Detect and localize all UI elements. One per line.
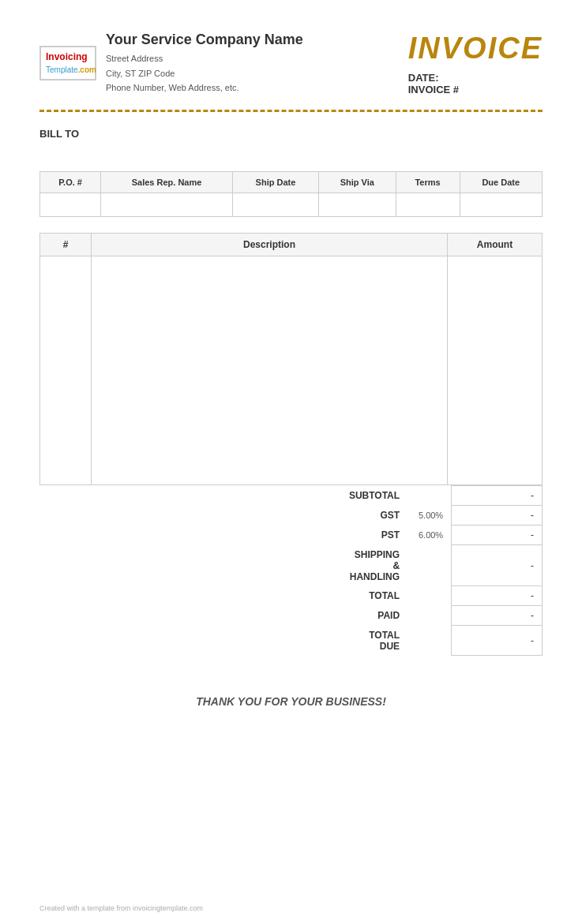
header: Invoicing Template.com Your Service Comp… <box>39 32 543 95</box>
shipping-row: SHIPPING & HANDLING - <box>39 545 543 586</box>
total-spacer <box>39 586 341 606</box>
paid-row: PAID - <box>39 606 543 626</box>
total-due-row: TOTAL DUE - <box>39 626 543 656</box>
info-table-data-row <box>40 193 543 217</box>
subtotal-label: SUBTOTAL <box>341 486 404 506</box>
bill-to-label: BILL TO <box>39 128 543 140</box>
terms-value <box>396 193 460 217</box>
total-due-spacer <box>39 626 341 656</box>
thank-you-message: THANK YOU FOR YOUR BUSINESS! <box>39 695 543 708</box>
col-ship-date: Ship Date <box>232 172 318 193</box>
paid-label: PAID <box>341 606 404 626</box>
company-details: Street Address City, ST ZIP Code Phone N… <box>106 51 303 95</box>
col-amount: Amount <box>448 234 543 256</box>
header-left: Invoicing Template.com Your Service Comp… <box>39 32 303 95</box>
invoice-title: INVOICE <box>408 32 543 65</box>
item-desc-cell <box>92 256 448 485</box>
pst-spacer <box>39 526 341 545</box>
paid-rate <box>404 606 452 626</box>
logo-template-text: Template <box>46 65 78 74</box>
company-info: Your Service Company Name Street Address… <box>106 32 303 95</box>
invoice-meta: DATE: INVOICE # <box>408 72 543 95</box>
logo-invoicing-text: Invoicing <box>46 51 88 62</box>
shipping-label: SHIPPING & HANDLING <box>341 545 404 586</box>
company-name: Your Service Company Name <box>106 32 303 48</box>
po-num-value <box>40 193 101 217</box>
col-description: Description <box>92 234 448 256</box>
subtotal-row: SUBTOTAL - <box>39 486 543 506</box>
shipping-value: - <box>452 545 543 586</box>
street-address: Street Address <box>106 51 303 66</box>
total-row: TOTAL - <box>39 586 543 606</box>
item-rows-body <box>40 256 543 485</box>
col-terms: Terms <box>396 172 460 193</box>
header-right: INVOICE DATE: INVOICE # <box>408 32 543 95</box>
logo-dotcom-text: .com <box>78 65 96 74</box>
subtotal-spacer <box>39 486 341 506</box>
pst-rate: 6.00% <box>404 526 452 545</box>
gst-row: GST 5.00% - <box>39 506 543 526</box>
invoice-page: Invoicing Template.com Your Service Comp… <box>0 0 582 924</box>
ship-via-value <box>319 193 396 217</box>
col-sales-rep: Sales Rep. Name <box>101 172 233 193</box>
info-table: P.O. # Sales Rep. Name Ship Date Ship Vi… <box>39 171 543 217</box>
total-label: TOTAL <box>341 586 404 606</box>
item-num-cell <box>40 256 92 485</box>
paid-spacer <box>39 606 341 626</box>
pst-row: PST 6.00% - <box>39 526 543 545</box>
items-header-row: # Description Amount <box>40 234 543 256</box>
gst-spacer <box>39 506 341 526</box>
pst-label: PST <box>341 526 404 545</box>
subtotal-rate <box>404 486 452 506</box>
logo: Invoicing Template.com <box>39 46 96 87</box>
item-amount-cell <box>448 256 543 485</box>
sales-rep-value <box>101 193 233 217</box>
col-ship-via: Ship Via <box>319 172 396 193</box>
total-due-rate <box>404 626 452 656</box>
total-due-value: - <box>452 626 543 656</box>
items-table: # Description Amount <box>39 233 543 485</box>
date-label: DATE: <box>408 72 543 84</box>
col-po-num: P.O. # <box>40 172 101 193</box>
subtotal-value: - <box>452 486 543 506</box>
shipping-rate <box>404 545 452 586</box>
gst-rate: 5.00% <box>404 506 452 526</box>
shipping-spacer <box>39 545 341 586</box>
gst-label: GST <box>341 506 404 526</box>
separator <box>39 110 543 112</box>
footer-credit: Created with a template from invoicingte… <box>39 904 203 912</box>
due-date-value <box>460 193 542 217</box>
totals-table: SUBTOTAL - GST 5.00% - PST 6.00% - SHIPP… <box>39 485 543 656</box>
invoice-num-label: INVOICE # <box>408 84 543 95</box>
city-state-zip: City, ST ZIP Code <box>106 66 303 81</box>
total-due-label: TOTAL DUE <box>341 626 404 656</box>
col-item-num: # <box>40 234 92 256</box>
ship-date-value <box>232 193 318 217</box>
pst-value: - <box>452 526 543 545</box>
total-value: - <box>452 586 543 606</box>
col-due-date: Due Date <box>460 172 542 193</box>
gst-value: - <box>452 506 543 526</box>
paid-value: - <box>452 606 543 626</box>
total-rate <box>404 586 452 606</box>
phone-web: Phone Number, Web Address, etc. <box>106 80 303 95</box>
info-table-header-row: P.O. # Sales Rep. Name Ship Date Ship Vi… <box>40 172 543 193</box>
